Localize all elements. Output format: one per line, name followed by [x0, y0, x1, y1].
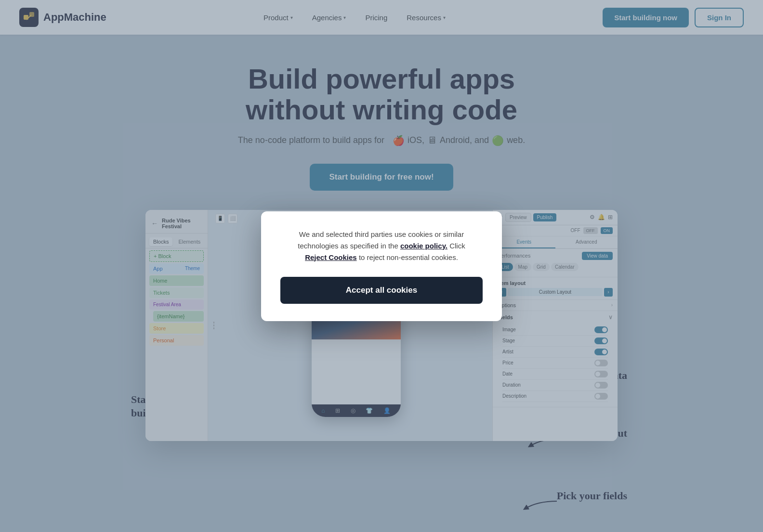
- reject-cookies-link[interactable]: Reject Cookies: [305, 253, 357, 261]
- accept-cookies-button[interactable]: Accept all cookies: [280, 277, 483, 304]
- cookie-message: We and selected third parties use cookie…: [280, 229, 483, 263]
- cookie-modal: We and selected third parties use cookie…: [261, 211, 502, 321]
- cookie-policy-link[interactable]: cookie policy.: [400, 242, 447, 250]
- cookie-overlay: We and selected third parties use cookie…: [0, 0, 763, 532]
